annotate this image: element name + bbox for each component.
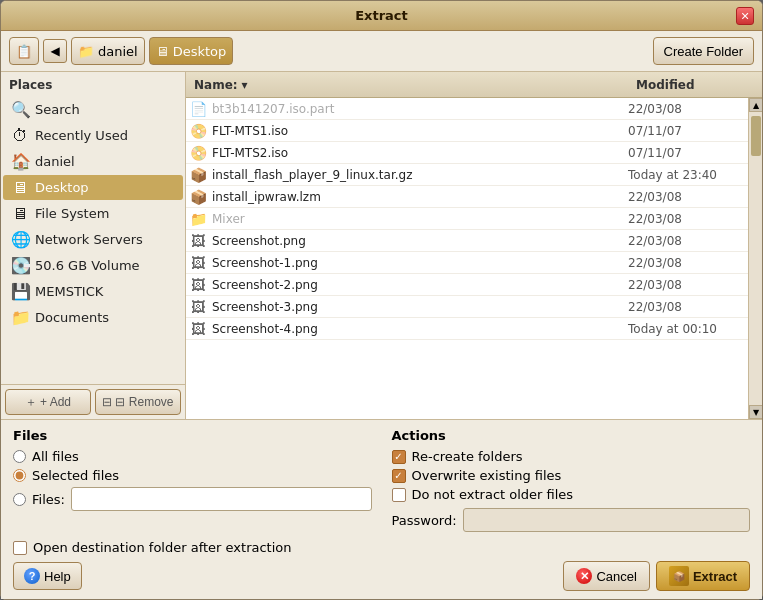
file-modified: 22/03/08 — [628, 102, 748, 116]
table-row[interactable]: 🖼 Screenshot-2.png 22/03/08 — [186, 274, 748, 296]
password-label: Password: — [392, 513, 457, 528]
add-place-button[interactable]: ＋ + Add — [5, 389, 91, 415]
file-system-icon: 🖥 — [11, 204, 29, 223]
files-pattern-radio[interactable] — [13, 493, 26, 506]
scroll-up-arrow[interactable]: ▲ — [749, 98, 762, 112]
table-row[interactable]: 🖼 Screenshot.png 22/03/08 — [186, 230, 748, 252]
cancel-icon: ✕ — [576, 568, 592, 584]
file-name: Screenshot-1.png — [210, 256, 628, 270]
no-older-files-checkbox[interactable] — [392, 488, 406, 502]
sidebar-item-volume[interactable]: 💽 50.6 GB Volume — [3, 253, 183, 278]
actions-section: Actions ✓ Re-create folders ✓ Overwrite … — [392, 428, 751, 532]
breadcrumb-daniel-label: daniel — [98, 44, 138, 59]
table-row[interactable]: 🖼 Screenshot-4.png Today at 00:10 — [186, 318, 748, 340]
files-pattern-input[interactable] — [71, 487, 372, 511]
file-modified: Today at 00:10 — [628, 322, 748, 336]
radio-all-files[interactable]: All files — [13, 449, 372, 464]
breadcrumb-desktop[interactable]: 🖥 Desktop — [149, 37, 234, 65]
desktop-icon: 🖥 — [11, 178, 29, 197]
table-row[interactable]: 📦 install_flash_player_9_linux.tar.gz To… — [186, 164, 748, 186]
breadcrumb-desktop-label: Desktop — [173, 44, 227, 59]
sidebar-item-documents[interactable]: 📁 Documents — [3, 305, 183, 330]
sidebar-item-file-system[interactable]: 🖥 File System — [3, 201, 183, 226]
table-row[interactable]: 📄 bt3b141207.iso.part 22/03/08 — [186, 98, 748, 120]
selected-files-radio[interactable] — [13, 469, 26, 482]
network-icon: 🌐 — [11, 230, 29, 249]
selected-files-label: Selected files — [32, 468, 119, 483]
file-header-name-col[interactable]: Name: ▾ — [186, 72, 628, 97]
table-row[interactable]: 📀 FLT-MTS2.iso 07/11/07 — [186, 142, 748, 164]
extract-label: Extract — [693, 569, 737, 584]
file-modified: 22/03/08 — [628, 256, 748, 270]
table-row[interactable]: 📁 Mixer 22/03/08 — [186, 208, 748, 230]
file-name: FLT-MTS1.iso — [210, 124, 628, 138]
sidebar-item-memstick[interactable]: 💾 MEMSTICK — [3, 279, 183, 304]
file-type-icon: 📀 — [186, 145, 210, 161]
sidebar-item-documents-label: Documents — [35, 310, 109, 325]
sidebar-item-memstick-label: MEMSTICK — [35, 284, 103, 299]
file-name: Screenshot-2.png — [210, 278, 628, 292]
recently-used-icon: ⏱ — [11, 126, 29, 145]
recreate-folders-row[interactable]: ✓ Re-create folders — [392, 449, 751, 464]
table-row[interactable]: 🖼 Screenshot-1.png 22/03/08 — [186, 252, 748, 274]
file-modified: 07/11/07 — [628, 146, 748, 160]
window-title: Extract — [355, 8, 408, 23]
back-icon: ◀ — [50, 44, 59, 58]
file-modified: 22/03/08 — [628, 300, 748, 314]
sidebar-item-desktop[interactable]: 🖥 Desktop — [3, 175, 183, 200]
back-button[interactable]: ◀ — [43, 39, 67, 63]
table-row[interactable]: 📀 FLT-MTS1.iso 07/11/07 — [186, 120, 748, 142]
table-row[interactable]: 📦 install_ipwraw.lzm 22/03/08 — [186, 186, 748, 208]
file-type-icon: 📦 — [186, 189, 210, 205]
scroll-down-arrow[interactable]: ▼ — [749, 405, 762, 419]
extract-button[interactable]: 📦 Extract — [656, 561, 750, 591]
recreate-folders-label: Re-create folders — [412, 449, 523, 464]
sidebar-item-volume-label: 50.6 GB Volume — [35, 258, 140, 273]
sidebar-item-recently-used-label: Recently Used — [35, 128, 128, 143]
file-type-icon: 🖼 — [186, 255, 210, 271]
overwrite-existing-label: Overwrite existing files — [412, 468, 562, 483]
no-older-files-row[interactable]: Do not extract older files — [392, 487, 751, 502]
sidebar-item-daniel[interactable]: 🏠 daniel — [3, 149, 183, 174]
sidebar-item-file-system-label: File System — [35, 206, 109, 221]
sidebar-item-network-servers-label: Network Servers — [35, 232, 143, 247]
table-row[interactable]: 🖼 Screenshot-3.png 22/03/08 — [186, 296, 748, 318]
add-place-icon: ＋ — [25, 394, 37, 411]
file-modified: 22/03/08 — [628, 278, 748, 292]
remove-place-icon: ⊟ — [102, 395, 112, 409]
desktop-folder-icon: 🖥 — [156, 44, 169, 59]
file-list-scrollbar[interactable]: ▲ ▼ — [748, 98, 762, 419]
open-dest-checkbox[interactable] — [13, 541, 27, 555]
file-type-icon: 🖼 — [186, 321, 210, 337]
open-dest-row[interactable]: Open destination folder after extraction — [13, 540, 750, 555]
scroll-thumb[interactable] — [751, 116, 761, 156]
create-folder-button[interactable]: Create Folder — [653, 37, 754, 65]
main-content: Places 🔍 Search ⏱ Recently Used 🏠 daniel… — [1, 72, 762, 419]
password-input[interactable] — [463, 508, 750, 532]
sidebar-list: 🔍 Search ⏱ Recently Used 🏠 daniel 🖥 Desk… — [1, 96, 185, 384]
overwrite-existing-row[interactable]: ✓ Overwrite existing files — [392, 468, 751, 483]
new-folder-icon-btn[interactable]: 📋 — [9, 37, 39, 65]
volume-icon: 💽 — [11, 256, 29, 275]
all-files-radio[interactable] — [13, 450, 26, 463]
sidebar-item-network-servers[interactable]: 🌐 Network Servers — [3, 227, 183, 252]
file-modified: 22/03/08 — [628, 190, 748, 204]
recreate-folders-checkbox[interactable]: ✓ — [392, 450, 406, 464]
sidebar-item-search[interactable]: 🔍 Search — [3, 97, 183, 122]
files-input-row: Files: — [13, 487, 372, 511]
radio-selected-files[interactable]: Selected files — [13, 468, 372, 483]
sidebar-item-recently-used[interactable]: ⏱ Recently Used — [3, 123, 183, 148]
sidebar-item-search-label: Search — [35, 102, 80, 117]
file-type-icon: 📁 — [186, 211, 210, 227]
documents-icon: 📁 — [11, 308, 29, 327]
cancel-button[interactable]: ✕ Cancel — [563, 561, 649, 591]
breadcrumb-daniel[interactable]: 📁 daniel — [71, 37, 145, 65]
file-modified: Today at 23:40 — [628, 168, 748, 182]
overwrite-existing-checkbox[interactable]: ✓ — [392, 469, 406, 483]
col-modified-label: Modified — [636, 78, 695, 92]
help-button[interactable]: ? Help — [13, 562, 82, 590]
file-header-modified-col[interactable]: Modified — [628, 72, 748, 97]
remove-place-button[interactable]: ⊟ ⊟ Remove — [95, 389, 181, 415]
file-type-icon: 🖼 — [186, 233, 210, 249]
close-button[interactable]: ✕ — [736, 7, 754, 25]
